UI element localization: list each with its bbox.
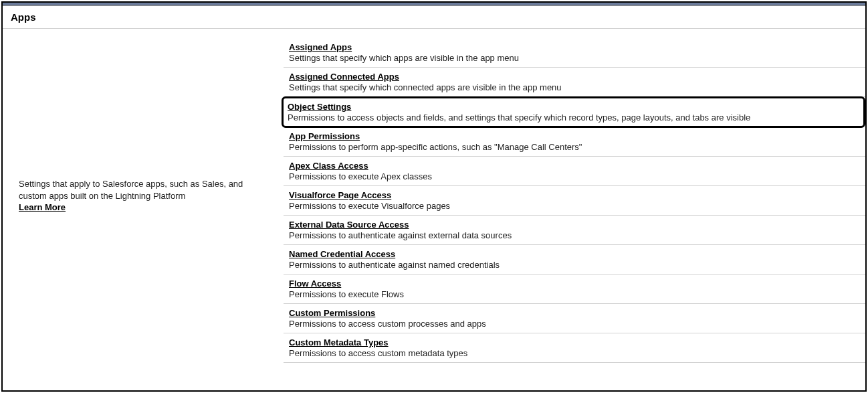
settings-item-link[interactable]: Visualforce Page Access xyxy=(289,190,391,200)
settings-item-link[interactable]: Custom Metadata Types xyxy=(289,337,389,347)
settings-item: Flow AccessPermissions to execute Flows xyxy=(284,274,865,304)
settings-item-description: Permissions to access objects and fields… xyxy=(288,112,858,123)
settings-item: Named Credential AccessPermissions to au… xyxy=(284,245,865,274)
settings-item: App PermissionsPermissions to perform ap… xyxy=(284,127,865,157)
settings-item-link[interactable]: App Permissions xyxy=(289,131,360,141)
settings-item-description: Permissions to access custom metadata ty… xyxy=(289,348,860,358)
settings-item-link[interactable]: External Data Source Access xyxy=(289,220,409,230)
settings-item-link[interactable]: Assigned Connected Apps xyxy=(289,72,399,82)
settings-item-description: Permissions to authenticate against name… xyxy=(289,260,860,270)
section-title: Apps xyxy=(11,11,857,23)
settings-item-link[interactable]: Object Settings xyxy=(288,102,351,112)
settings-item: External Data Source AccessPermissions t… xyxy=(284,216,865,245)
settings-item-link[interactable]: Custom Permissions xyxy=(289,308,375,318)
settings-item-description: Permissions to authenticate against exte… xyxy=(289,230,860,240)
settings-item-link[interactable]: Apex Class Access xyxy=(289,161,368,171)
settings-item-description: Settings that specify which connected ap… xyxy=(289,82,860,92)
learn-more-link[interactable]: Learn More xyxy=(19,202,66,214)
settings-item: Custom Metadata TypesPermissions to acce… xyxy=(284,333,865,363)
left-description-column: Settings that apply to Salesforce apps, … xyxy=(3,29,284,363)
settings-item: Apex Class AccessPermissions to execute … xyxy=(284,157,865,186)
settings-item-link[interactable]: Named Credential Access xyxy=(289,249,395,259)
section-header: Apps xyxy=(3,6,865,29)
settings-item-description: Permissions to execute Flows xyxy=(289,289,860,299)
settings-item: Visualforce Page AccessPermissions to ex… xyxy=(284,186,865,216)
settings-item: Object SettingsPermissions to access obj… xyxy=(282,96,865,128)
section-description: Settings that apply to Salesforce apps, … xyxy=(19,179,243,201)
settings-item-description: Permissions to execute Visualforce pages xyxy=(289,201,860,211)
settings-item: Assigned AppsSettings that specify which… xyxy=(284,38,865,68)
app-window: Apps Settings that apply to Salesforce a… xyxy=(1,1,867,392)
settings-item-description: Permissions to access custom processes a… xyxy=(289,319,860,329)
settings-list: Assigned AppsSettings that specify which… xyxy=(284,29,865,363)
settings-item-description: Settings that specify which apps are vis… xyxy=(289,53,860,63)
settings-item-link[interactable]: Flow Access xyxy=(289,279,341,289)
settings-item-description: Permissions to perform app-specific acti… xyxy=(289,142,860,152)
left-description-inner: Settings that apply to Salesforce apps, … xyxy=(19,178,267,214)
settings-item-description: Permissions to execute Apex classes xyxy=(289,171,860,181)
content-area: Settings that apply to Salesforce apps, … xyxy=(3,29,865,363)
settings-item: Custom PermissionsPermissions to access … xyxy=(284,304,865,333)
settings-item-link[interactable]: Assigned Apps xyxy=(289,42,352,52)
settings-item: Assigned Connected AppsSettings that spe… xyxy=(284,68,865,97)
